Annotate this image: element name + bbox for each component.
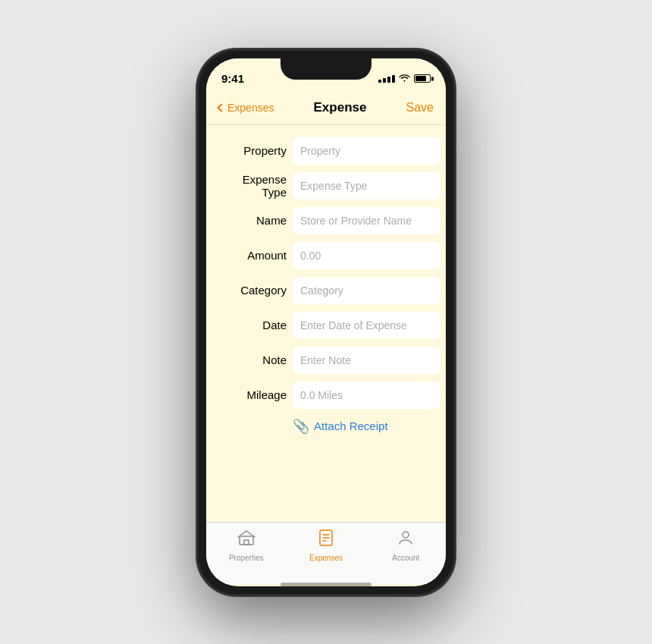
- status-icons: [378, 74, 431, 84]
- expenses-icon: [317, 529, 335, 551]
- name-label: Name: [218, 214, 287, 227]
- back-button[interactable]: Expenses: [218, 102, 274, 114]
- category-label: Category: [218, 284, 287, 297]
- signal-icon: [378, 75, 395, 83]
- tab-account[interactable]: Account: [366, 529, 446, 562]
- battery-icon: [414, 74, 431, 83]
- tab-bar: Properties Expenses: [206, 522, 446, 584]
- mileage-input[interactable]: [293, 382, 440, 409]
- tab-expenses-label: Expenses: [309, 554, 343, 562]
- notch: [281, 58, 371, 80]
- expense-type-row: Expense Type: [218, 172, 434, 199]
- category-input[interactable]: [293, 277, 440, 304]
- save-button[interactable]: Save: [406, 101, 434, 115]
- category-row: Category: [218, 277, 434, 304]
- status-bar: 9:41: [206, 58, 446, 92]
- amount-input[interactable]: [293, 242, 440, 269]
- attach-receipt-button[interactable]: 📎 Attach Receipt: [293, 418, 434, 435]
- attach-label: Attach Receipt: [314, 419, 388, 432]
- paperclip-icon: 📎: [293, 418, 309, 435]
- note-input[interactable]: [293, 347, 440, 374]
- nav-bar: Expenses Expense Save: [206, 92, 446, 125]
- mileage-row: Mileage: [218, 382, 434, 409]
- back-label: Expenses: [227, 102, 274, 114]
- tab-properties-label: Properties: [229, 554, 264, 562]
- note-label: Note: [218, 353, 287, 366]
- mileage-label: Mileage: [218, 388, 287, 401]
- tab-properties[interactable]: Properties: [206, 529, 286, 562]
- phone-screen: 9:41: [206, 58, 446, 586]
- note-row: Note: [218, 347, 434, 374]
- account-icon: [397, 529, 415, 551]
- date-row: Date: [218, 312, 434, 339]
- phone-frame: 9:41: [197, 49, 455, 595]
- status-time: 9:41: [221, 72, 244, 85]
- expense-type-label: Expense Type: [218, 173, 287, 199]
- svg-rect-1: [244, 540, 249, 545]
- property-row: Property: [218, 137, 434, 165]
- tab-account-label: Account: [392, 554, 419, 562]
- property-input[interactable]: [293, 137, 440, 165]
- wifi-icon: [399, 74, 410, 84]
- properties-icon: [237, 529, 255, 551]
- amount-row: Amount: [218, 242, 434, 269]
- tab-expenses[interactable]: Expenses: [286, 529, 365, 562]
- page-title: Expense: [314, 100, 367, 115]
- name-input[interactable]: [293, 207, 440, 234]
- expense-type-input[interactable]: [293, 172, 440, 199]
- date-input[interactable]: [293, 312, 440, 339]
- chevron-back-icon: [217, 103, 225, 112]
- date-label: Date: [218, 319, 287, 331]
- name-row: Name: [218, 207, 434, 234]
- svg-point-6: [403, 532, 409, 538]
- amount-label: Amount: [218, 249, 287, 262]
- form-content: Property Expense Type Name Amount Catego…: [206, 125, 446, 522]
- property-label: Property: [218, 144, 287, 157]
- home-indicator: [281, 583, 371, 586]
